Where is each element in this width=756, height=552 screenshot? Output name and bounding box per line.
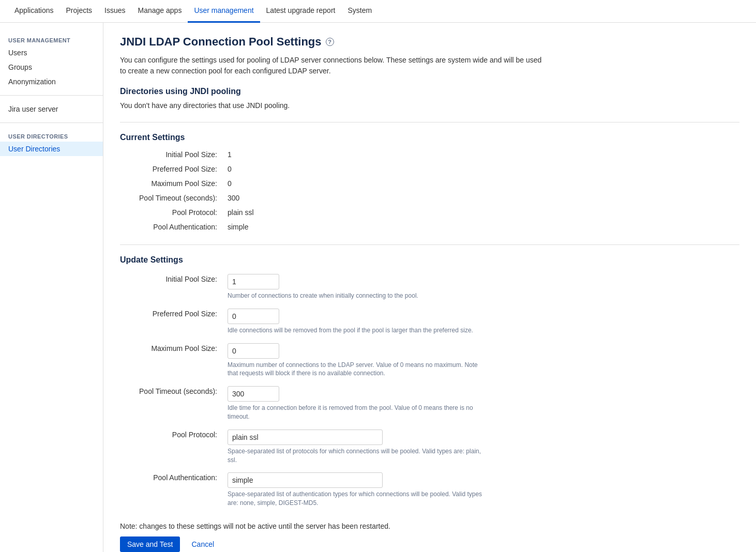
- sidebar-item-anonymization[interactable]: Anonymization: [0, 74, 103, 89]
- nav-manage-apps[interactable]: Manage apps: [132, 0, 188, 23]
- maximum-pool-size-input[interactable]: [228, 343, 279, 359]
- nav-applications[interactable]: Applications: [8, 0, 60, 23]
- no-directories-text: You don't have any directories that use …: [120, 101, 739, 110]
- update-pool-protocol-field: Space-separated list of protocols for wh…: [223, 425, 739, 469]
- intro-text: You can configure the settings used for …: [120, 55, 544, 76]
- form-row-initial-pool-size: Initial Pool Size: Number of connections…: [120, 270, 739, 304]
- initial-pool-size-label: Initial Pool Size:: [120, 147, 223, 162]
- section-divider-2: [120, 244, 739, 245]
- form-row-pool-authentication: Pool Authentication: Space-separated lis…: [120, 468, 739, 512]
- update-maximum-pool-size-label: Maximum Pool Size:: [120, 339, 223, 382]
- table-row: Initial Pool Size: 1: [120, 147, 739, 162]
- help-icon[interactable]: ?: [326, 38, 334, 46]
- pool-protocol-hint: Space-separated list of protocols for wh…: [228, 447, 486, 465]
- action-buttons: Save and Test Cancel: [120, 536, 739, 552]
- current-settings-table: Initial Pool Size: 1 Preferred Pool Size…: [120, 147, 739, 234]
- update-pool-authentication-field: Space-separated list of authentication t…: [223, 468, 739, 512]
- page-title-text: JNDI LDAP Connection Pool Settings: [120, 35, 322, 49]
- main-content: JNDI LDAP Connection Pool Settings ? You…: [103, 23, 756, 552]
- update-initial-pool-size-label: Initial Pool Size:: [120, 270, 223, 304]
- nav-user-management[interactable]: User management: [188, 0, 260, 23]
- form-row-preferred-pool-size: Preferred Pool Size: Idle connections wi…: [120, 304, 739, 339]
- table-row: Maximum Pool Size: 0: [120, 176, 739, 191]
- top-navigation: Applications Projects Issues Manage apps…: [0, 0, 756, 23]
- update-pool-protocol-label: Pool Protocol:: [120, 425, 223, 469]
- pool-timeout-label: Pool Timeout (seconds):: [120, 191, 223, 205]
- sidebar-jira-user-server[interactable]: Jira user server: [0, 102, 103, 116]
- table-row: Pool Timeout (seconds): 300: [120, 191, 739, 205]
- sidebar-divider-2: [0, 122, 103, 123]
- section-divider-1: [120, 122, 739, 122]
- page-title: JNDI LDAP Connection Pool Settings ?: [120, 35, 739, 49]
- update-settings-title: Update Settings: [120, 255, 739, 265]
- table-row: Pool Authentication: simple: [120, 220, 739, 234]
- sidebar: USER MANAGEMENT Users Groups Anonymizati…: [0, 23, 103, 552]
- page-layout: USER MANAGEMENT Users Groups Anonymizati…: [0, 23, 756, 552]
- nav-projects[interactable]: Projects: [60, 0, 99, 23]
- pool-authentication-input[interactable]: [228, 472, 383, 488]
- sidebar-item-users[interactable]: Users: [0, 45, 103, 60]
- update-preferred-pool-size-field: Idle connections will be removed from th…: [223, 304, 739, 339]
- pool-authentication-value: simple: [223, 220, 739, 234]
- update-settings-form: Initial Pool Size: Number of connections…: [120, 270, 739, 512]
- maximum-pool-size-value: 0: [223, 176, 739, 191]
- nav-latest-upgrade-report[interactable]: Latest upgrade report: [260, 0, 342, 23]
- update-initial-pool-size-field: Number of connections to create when ini…: [223, 270, 739, 304]
- save-and-test-button[interactable]: Save and Test: [120, 536, 180, 552]
- pool-timeout-value: 300: [223, 191, 739, 205]
- pool-protocol-label: Pool Protocol:: [120, 205, 223, 220]
- update-pool-timeout-field: Idle time for a connection before it is …: [223, 382, 739, 425]
- update-maximum-pool-size-field: Maximum number of connections to the LDA…: [223, 339, 739, 382]
- nav-issues[interactable]: Issues: [98, 0, 131, 23]
- note-text: Note: changes to these settings will not…: [120, 522, 739, 530]
- maximum-pool-size-hint: Maximum number of connections to the LDA…: [228, 361, 486, 378]
- cancel-button[interactable]: Cancel: [184, 536, 221, 552]
- table-row: Pool Protocol: plain ssl: [120, 205, 739, 220]
- pool-timeout-hint: Idle time for a connection before it is …: [228, 404, 486, 421]
- sidebar-section-user-directories: USER DIRECTORIES: [0, 129, 103, 142]
- sidebar-item-user-directories[interactable]: User Directories: [0, 142, 103, 156]
- pool-protocol-input[interactable]: [228, 430, 383, 445]
- pool-timeout-input[interactable]: [228, 386, 279, 402]
- current-settings-title: Current Settings: [120, 133, 739, 142]
- initial-pool-size-hint: Number of connections to create when ini…: [228, 292, 486, 300]
- form-row-pool-timeout: Pool Timeout (seconds): Idle time for a …: [120, 382, 739, 425]
- preferred-pool-size-label: Preferred Pool Size:: [120, 162, 223, 176]
- maximum-pool-size-label: Maximum Pool Size:: [120, 176, 223, 191]
- update-preferred-pool-size-label: Preferred Pool Size:: [120, 304, 223, 339]
- sidebar-section-user-management: USER MANAGEMENT: [0, 33, 103, 45]
- initial-pool-size-input[interactable]: [228, 274, 279, 289]
- nav-system[interactable]: System: [341, 0, 378, 23]
- pool-authentication-label: Pool Authentication:: [120, 220, 223, 234]
- preferred-pool-size-value: 0: [223, 162, 739, 176]
- update-pool-timeout-label: Pool Timeout (seconds):: [120, 382, 223, 425]
- table-row: Preferred Pool Size: 0: [120, 162, 739, 176]
- form-row-pool-protocol: Pool Protocol: Space-separated list of p…: [120, 425, 739, 469]
- preferred-pool-size-hint: Idle connections will be removed from th…: [228, 326, 486, 335]
- pool-authentication-hint: Space-separated list of authentication t…: [228, 490, 486, 508]
- directories-section-title: Directories using JNDI pooling: [120, 87, 739, 96]
- update-pool-authentication-label: Pool Authentication:: [120, 468, 223, 512]
- initial-pool-size-value: 1: [223, 147, 739, 162]
- sidebar-divider: [0, 95, 103, 96]
- sidebar-item-groups[interactable]: Groups: [0, 60, 103, 74]
- preferred-pool-size-input[interactable]: [228, 309, 279, 324]
- pool-protocol-value: plain ssl: [223, 205, 739, 220]
- form-row-maximum-pool-size: Maximum Pool Size: Maximum number of con…: [120, 339, 739, 382]
